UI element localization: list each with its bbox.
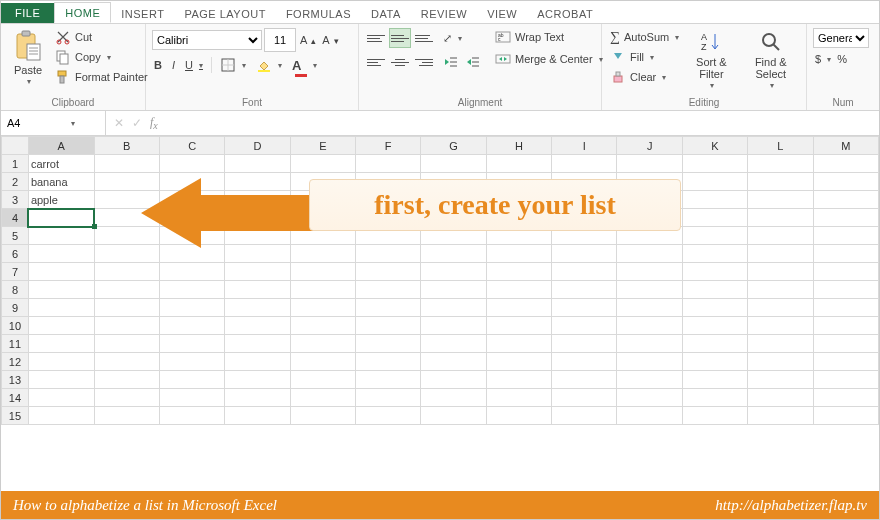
cell-J10[interactable] (617, 317, 682, 335)
worksheet[interactable]: ABCDEFGHIJKLM 1carrot2banana3apple456789… (1, 136, 879, 491)
cell-I12[interactable] (552, 353, 617, 371)
increase-indent-button[interactable] (463, 53, 483, 71)
cell-D14[interactable] (225, 389, 290, 407)
cell-E9[interactable] (290, 299, 355, 317)
cell-C8[interactable] (159, 281, 224, 299)
align-right-button[interactable] (413, 52, 435, 72)
font-name-select[interactable]: Calibri (152, 30, 262, 50)
cell-M13[interactable] (813, 371, 878, 389)
col-header-B[interactable]: B (94, 137, 159, 155)
cell-K9[interactable] (682, 299, 747, 317)
cell-I2[interactable] (552, 173, 617, 191)
formula-input[interactable] (166, 111, 879, 135)
col-header-C[interactable]: C (159, 137, 224, 155)
name-box[interactable]: ▾ (1, 111, 106, 135)
col-header-M[interactable]: M (813, 137, 878, 155)
cell-I1[interactable] (552, 155, 617, 173)
cell-E8[interactable] (290, 281, 355, 299)
row-header-10[interactable]: 10 (2, 317, 29, 335)
cell-B8[interactable] (94, 281, 159, 299)
cell-G5[interactable] (421, 227, 486, 245)
paste-button[interactable]: Paste ▾ (7, 28, 49, 89)
cell-L13[interactable] (748, 371, 813, 389)
cell-H10[interactable] (486, 317, 551, 335)
cell-E1[interactable] (290, 155, 355, 173)
cell-J11[interactable] (617, 335, 682, 353)
wrap-text-button[interactable]: abcWrap Text (493, 28, 605, 46)
cell-J13[interactable] (617, 371, 682, 389)
cell-B11[interactable] (94, 335, 159, 353)
cell-L10[interactable] (748, 317, 813, 335)
cell-K8[interactable] (682, 281, 747, 299)
copy-button[interactable]: Copy▾ (53, 48, 150, 66)
cell-F10[interactable] (356, 317, 421, 335)
cut-button[interactable]: Cut (53, 28, 150, 46)
cell-A5[interactable] (28, 227, 94, 245)
col-header-A[interactable]: A (28, 137, 94, 155)
cell-E7[interactable] (290, 263, 355, 281)
cell-E12[interactable] (290, 353, 355, 371)
cell-B10[interactable] (94, 317, 159, 335)
cell-C10[interactable] (159, 317, 224, 335)
cell-H8[interactable] (486, 281, 551, 299)
font-color-button[interactable]: A▾ (290, 57, 319, 74)
cell-D9[interactable] (225, 299, 290, 317)
cell-A7[interactable] (28, 263, 94, 281)
cell-I5[interactable] (552, 227, 617, 245)
cell-F15[interactable] (356, 407, 421, 425)
cell-K4[interactable] (682, 209, 747, 227)
tab-data[interactable]: DATA (361, 4, 411, 23)
cell-G4[interactable] (421, 209, 486, 227)
cell-A8[interactable] (28, 281, 94, 299)
cell-G1[interactable] (421, 155, 486, 173)
cell-C12[interactable] (159, 353, 224, 371)
cell-H4[interactable] (486, 209, 551, 227)
cell-J2[interactable] (617, 173, 682, 191)
align-bottom-button[interactable] (413, 28, 435, 48)
cell-M15[interactable] (813, 407, 878, 425)
tab-pagelayout[interactable]: PAGE LAYOUT (174, 4, 276, 23)
cell-J5[interactable] (617, 227, 682, 245)
col-header-F[interactable]: F (356, 137, 421, 155)
cell-G12[interactable] (421, 353, 486, 371)
cell-E3[interactable] (290, 191, 355, 209)
name-box-input[interactable] (5, 116, 69, 130)
cell-C15[interactable] (159, 407, 224, 425)
cell-B1[interactable] (94, 155, 159, 173)
cell-I8[interactable] (552, 281, 617, 299)
tab-formulas[interactable]: FORMULAS (276, 4, 361, 23)
cell-E6[interactable] (290, 245, 355, 263)
cell-G6[interactable] (421, 245, 486, 263)
row-header-11[interactable]: 11 (2, 335, 29, 353)
cell-D6[interactable] (225, 245, 290, 263)
cell-E14[interactable] (290, 389, 355, 407)
cell-I13[interactable] (552, 371, 617, 389)
autosum-button[interactable]: ∑AutoSum▾ (608, 28, 681, 46)
tab-review[interactable]: REVIEW (411, 4, 477, 23)
cell-L6[interactable] (748, 245, 813, 263)
row-header-15[interactable]: 15 (2, 407, 29, 425)
cell-D1[interactable] (225, 155, 290, 173)
cell-G7[interactable] (421, 263, 486, 281)
cell-J6[interactable] (617, 245, 682, 263)
cell-M1[interactable] (813, 155, 878, 173)
row-header-9[interactable]: 9 (2, 299, 29, 317)
grid[interactable]: ABCDEFGHIJKLM 1carrot2banana3apple456789… (1, 136, 879, 425)
cell-B15[interactable] (94, 407, 159, 425)
bold-button[interactable]: B (152, 58, 164, 72)
cell-M3[interactable] (813, 191, 878, 209)
cell-C2[interactable] (159, 173, 224, 191)
cell-E11[interactable] (290, 335, 355, 353)
cell-K14[interactable] (682, 389, 747, 407)
cell-H9[interactable] (486, 299, 551, 317)
cell-L14[interactable] (748, 389, 813, 407)
cell-F14[interactable] (356, 389, 421, 407)
cell-H15[interactable] (486, 407, 551, 425)
cell-D8[interactable] (225, 281, 290, 299)
cell-C14[interactable] (159, 389, 224, 407)
underline-button[interactable]: U▾ (183, 58, 205, 72)
cell-B14[interactable] (94, 389, 159, 407)
cell-E2[interactable] (290, 173, 355, 191)
cell-F6[interactable] (356, 245, 421, 263)
cell-C6[interactable] (159, 245, 224, 263)
